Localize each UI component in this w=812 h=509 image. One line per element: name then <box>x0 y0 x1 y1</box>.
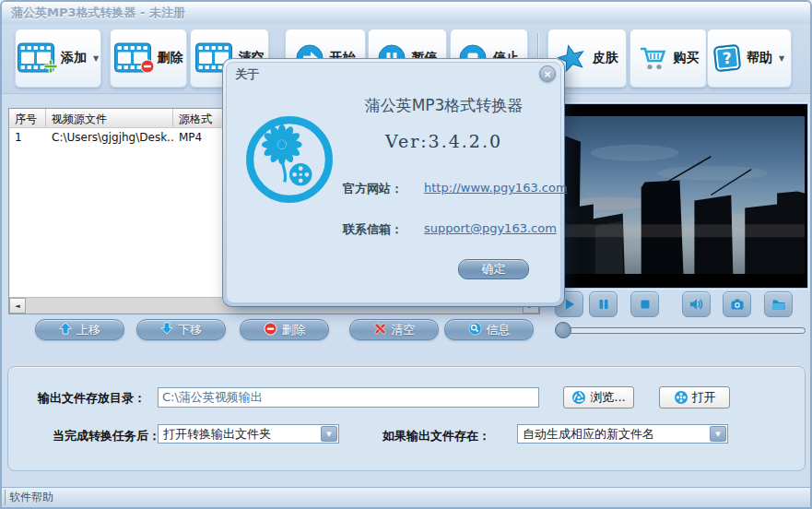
film-add-icon <box>18 42 54 74</box>
buy-button[interactable]: 购买 <box>630 29 707 88</box>
dialog-title: 关于 <box>235 66 259 83</box>
chevron-down-icon: ▼ <box>93 54 99 63</box>
open-output-button[interactable]: 打开 <box>659 386 730 408</box>
window-title: 蒲公英MP3格式转换器 - 未注册 <box>11 5 185 21</box>
open-output-label: 打开 <box>692 389 716 406</box>
output-dir-input[interactable] <box>158 387 539 408</box>
video-frame <box>557 116 805 274</box>
seek-slider-track[interactable] <box>562 327 806 334</box>
seek-slider-handle[interactable] <box>555 322 571 338</box>
browse-label: 浏览... <box>590 389 625 406</box>
dandelion-logo <box>244 114 335 208</box>
pause-player-button[interactable] <box>589 291 618 317</box>
cell-path: C:\Users\gjgjhg\Desk... <box>46 131 173 144</box>
delete-label: 删除 <box>158 50 183 66</box>
film-delete-icon <box>114 42 151 74</box>
move-up-label: 上移 <box>76 322 100 338</box>
chevron-down-icon: ▼ <box>779 54 784 63</box>
cart-icon <box>638 45 667 71</box>
add-button[interactable]: 添加 ▼ <box>15 29 101 88</box>
red-x-icon <box>373 322 387 338</box>
email-link[interactable]: support@pgy163.com <box>424 221 557 235</box>
folder-icon <box>771 297 786 312</box>
remove-item-button[interactable]: 删除 <box>240 319 329 340</box>
help-label: 帮助 <box>747 50 772 66</box>
status-help-text[interactable]: 软件帮助 <box>5 490 53 505</box>
close-icon[interactable]: × <box>539 65 556 82</box>
output-settings-group: 输出文件存放目录： 浏览... 打开 当完成转换任务后： 打开转换输出文件夹 ▼… <box>7 366 806 471</box>
clear-list-button[interactable]: 清空 <box>349 319 439 340</box>
scroll-left-button[interactable]: ◄ <box>9 298 26 314</box>
chevron-down-icon[interactable]: ▼ <box>710 426 726 442</box>
move-down-button[interactable]: 下移 <box>136 319 226 340</box>
ok-button[interactable]: 确定 <box>458 259 529 279</box>
column-header-no[interactable]: 序号 <box>9 109 46 127</box>
app-window: 蒲公英MP3格式转换器 - 未注册 添加 ▼ 删除 清空 <box>0 0 812 509</box>
if-exists-select[interactable]: 自动生成相应的新文件名 ▼ <box>517 424 728 444</box>
add-label: 添加 <box>61 50 87 66</box>
website-label: 官方网站： <box>343 181 403 197</box>
play-icon <box>562 297 577 312</box>
plus-badge-icon <box>43 59 58 77</box>
after-task-select[interactable]: 打开转换输出文件夹 ▼ <box>158 424 339 444</box>
snapshot-button[interactable] <box>723 291 751 317</box>
minus-circle-icon <box>264 322 277 338</box>
delete-button[interactable]: 删除 <box>110 29 187 88</box>
question-icon: ? <box>713 44 742 73</box>
titlebar[interactable]: 蒲公英MP3格式转换器 - 未注册 <box>2 2 810 24</box>
video-preview <box>553 103 808 289</box>
dusk-skyline-image <box>557 116 805 274</box>
skin-label: 皮肤 <box>593 50 618 66</box>
status-bar: 软件帮助 <box>2 487 810 507</box>
info-button[interactable]: 信息 <box>444 319 534 340</box>
remove-item-label: 删除 <box>282 322 306 338</box>
film-reel-icon <box>674 390 688 405</box>
cell-no: 1 <box>9 131 46 144</box>
stop-player-button[interactable] <box>630 291 659 317</box>
arrow-down-icon <box>160 322 173 337</box>
clear-list-label: 清空 <box>392 322 416 338</box>
about-app-name: 蒲公英MP3格式转换器 <box>335 95 552 116</box>
about-dialog: 关于 × 蒲公英MP3格式转换器 <box>223 59 564 306</box>
arrow-up-icon <box>59 322 72 337</box>
move-down-label: 下移 <box>178 322 202 338</box>
email-label: 联系信箱： <box>343 221 403 238</box>
website-link[interactable]: http://www.pgy163.com <box>424 181 568 195</box>
speaker-icon <box>688 297 704 312</box>
column-header-source-file[interactable]: 视频源文件 <box>46 109 173 127</box>
aperture-icon <box>571 390 586 405</box>
if-exists-value: 自动生成相应的新文件名 <box>523 426 654 443</box>
after-task-label: 当完成转换任务后： <box>53 428 160 444</box>
chevron-down-icon[interactable]: ▼ <box>321 426 337 442</box>
volume-button[interactable] <box>682 291 711 317</box>
open-folder-button[interactable] <box>764 291 793 317</box>
output-dir-label: 输出文件存放目录： <box>38 390 146 407</box>
move-up-button[interactable]: 上移 <box>35 319 124 340</box>
magnifier-icon <box>468 322 482 338</box>
camera-icon <box>730 297 745 312</box>
minus-badge-icon <box>140 59 155 77</box>
help-button[interactable]: ? 帮助 ▼ <box>707 29 792 88</box>
if-exists-label: 如果输出文件存在： <box>382 428 490 444</box>
after-task-value: 打开转换输出文件夹 <box>163 426 271 443</box>
info-label: 信息 <box>487 322 511 338</box>
buy-label: 购买 <box>674 50 700 66</box>
about-version: Ver:3.4.2.0 <box>345 131 543 151</box>
browse-button[interactable]: 浏览... <box>563 386 634 408</box>
stop-icon <box>638 297 653 312</box>
pause-icon <box>596 297 611 312</box>
